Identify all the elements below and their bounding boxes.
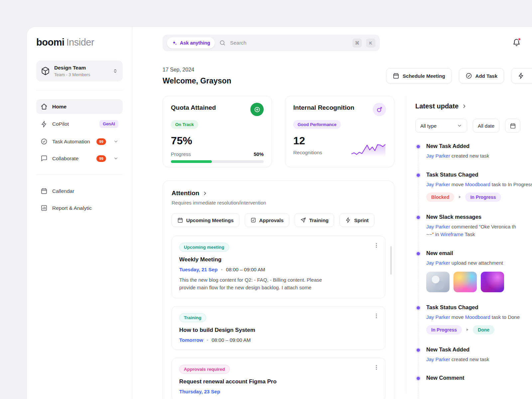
tab-sprint[interactable]: Sprint [339, 213, 374, 227]
update-text: move [450, 314, 465, 320]
status-badge: Done [473, 325, 494, 334]
quota-status-badge: On Track [171, 120, 198, 129]
welcome-header: 17 Sep, 2024 Welcome, Grayson Schedule M… [163, 67, 532, 85]
chevron-up-down-icon [112, 68, 118, 74]
author-link[interactable]: Jay Parker [426, 153, 450, 159]
update-item: New Comment [415, 375, 532, 381]
quota-progress-fill [171, 160, 212, 163]
chevron-down-icon[interactable] [113, 156, 118, 161]
scrollbar-thumb[interactable] [390, 246, 392, 275]
notification-bell-button[interactable] [512, 38, 521, 48]
sidebar-item-label: Task Automation [52, 139, 90, 145]
timeline-dot [417, 348, 420, 352]
update-text: move [450, 182, 465, 187]
chevron-down-icon[interactable] [113, 139, 118, 144]
attention-header[interactable]: Attention [172, 190, 385, 197]
ask-anything-button[interactable]: Ask anything [167, 37, 215, 49]
cube-icon [41, 66, 50, 75]
team-selector[interactable]: Design Team Team - 3 Members [36, 61, 123, 81]
add-task-label: Add Task [475, 73, 497, 79]
check-circle-icon [41, 138, 48, 145]
ask-anything-label: Ask anything [180, 40, 210, 46]
bar-chart-icon [41, 204, 48, 211]
card-date-link[interactable]: Thursday, 23 Sep [179, 389, 220, 394]
author-link[interactable]: Jay Parker [426, 314, 450, 320]
sidebar-item-home[interactable]: Home [36, 99, 123, 114]
task-link[interactable]: Moodboard [465, 182, 490, 187]
card-meta: Thursday, 23 Sep [179, 389, 378, 394]
sidebar-item-copilot[interactable]: CoPilot GenAI [36, 116, 123, 132]
sidebar-item-collaborate[interactable]: Collaborate 99 [36, 151, 123, 166]
meeting-card[interactable]: Training How to build Design System Tomo… [172, 306, 385, 350]
author-link[interactable]: Jay Parker [426, 356, 450, 362]
add-task-button[interactable]: Add Task [459, 68, 504, 83]
search-input[interactable] [230, 40, 348, 46]
chat-icon [41, 155, 48, 162]
recognition-card-title: Internal Recognition [293, 104, 354, 111]
card-type-badge: Approvals required [179, 365, 230, 374]
team-meta: Design Team Team - 3 Members [54, 65, 108, 77]
status-badge: In Progress [426, 325, 462, 334]
update-body: Jay Parker created new task [426, 152, 532, 160]
attention-filter-tabs: Upcoming Meetings Approvals Training [172, 213, 385, 227]
main-area: Ask anything ⌘ K 17 Sep, 2024 Welcome, G… [132, 27, 532, 399]
attention-subtitle: Requires immediate resolution/interventi… [172, 200, 385, 205]
center-column: Quota Attained On Track 75% Progress 50% [163, 96, 394, 399]
timeline-dot [417, 216, 420, 219]
update-item: Task Status Chaged Jay Parker move Moodb… [415, 304, 532, 334]
team-name: Design Team [54, 65, 108, 71]
update-timeline: New Task Added Jay Parker created new ta… [415, 143, 532, 381]
kebab-menu-icon[interactable] [373, 242, 380, 249]
timeline-dot [417, 174, 420, 177]
tab-training[interactable]: Training [295, 213, 334, 227]
date-filter-select[interactable]: All date [473, 119, 499, 133]
card-date-link[interactable]: Tomorrow [179, 337, 203, 343]
sidebar-item-report-analytic[interactable]: Report & Analytic [36, 200, 123, 215]
author-link[interactable]: Jay Parker [426, 260, 450, 266]
meeting-card[interactable]: Upcoming meeting Weekly Meeting Tuesday,… [172, 236, 385, 298]
card-type-badge: Upcoming meeting [179, 243, 229, 252]
calendar-icon [510, 123, 516, 129]
kebab-menu-icon[interactable] [373, 364, 380, 371]
date-filter-calendar-button[interactable] [505, 119, 520, 133]
update-text: created new task [450, 153, 489, 159]
check-circle-icon [466, 72, 472, 79]
sidebar-nav: Home CoPilot GenAI Task Automation 99 Co… [36, 99, 123, 215]
tab-approvals[interactable]: Approvals [245, 213, 289, 227]
task-link[interactable]: Wireframe [441, 231, 464, 237]
recognition-award-icon [373, 103, 386, 116]
card-title: Weekly Meeting [179, 256, 378, 263]
latest-update-header[interactable]: Latest update [415, 102, 532, 110]
status-change-row: In Progress Done [426, 325, 532, 334]
author-link[interactable]: Jay Parker [426, 182, 450, 187]
sidebar-item-task-automation[interactable]: Task Automation 99 [36, 134, 123, 149]
attachment-thumbnail[interactable] [454, 272, 477, 292]
quick-action-button[interactable] [511, 68, 532, 83]
task-link[interactable]: Moodboard [465, 314, 490, 320]
attachment-thumbnail[interactable] [481, 272, 504, 292]
tab-upcoming-meetings[interactable]: Upcoming Meetings [172, 213, 239, 227]
update-item: New Task Added Jay Parker created new ta… [415, 346, 532, 363]
attachment-thumbnail[interactable] [426, 272, 450, 292]
quota-card-header: Quota Attained [171, 104, 264, 116]
card-description: This the new blog content for Q2: - FAQ,… [179, 276, 335, 291]
search-bar[interactable]: Ask anything ⌘ K [163, 35, 380, 51]
kbd-command-key: ⌘ [352, 39, 362, 48]
count-badge: 99 [96, 155, 106, 162]
status-change-row: Blocked In Progress [426, 193, 532, 202]
card-title: Request renewal account Figma Pro [179, 378, 378, 385]
kebab-menu-icon[interactable] [373, 313, 380, 319]
update-body: Jay Parker created new task [426, 356, 532, 363]
type-filter-select[interactable]: All type [415, 119, 467, 133]
author-link[interactable]: Jay Parker [426, 224, 450, 229]
attachment-row [426, 272, 532, 292]
schedule-meeting-button[interactable]: Schedule Meeting [386, 68, 452, 83]
update-body: Jay Parker commented “Oke Veronica th [426, 223, 532, 230]
topbar: Ask anything ⌘ K [163, 35, 532, 51]
schedule-meeting-label: Schedule Meeting [403, 73, 445, 79]
latest-update-panel: Latest update All type All date [406, 96, 532, 393]
sidebar-item-calendar[interactable]: Callendar [36, 184, 123, 199]
card-date-link[interactable]: Tuesday, 21 Sep [179, 267, 217, 272]
recognition-sparkline-area [351, 144, 385, 157]
meeting-card[interactable]: Approvals required Request renewal accou… [172, 358, 385, 399]
